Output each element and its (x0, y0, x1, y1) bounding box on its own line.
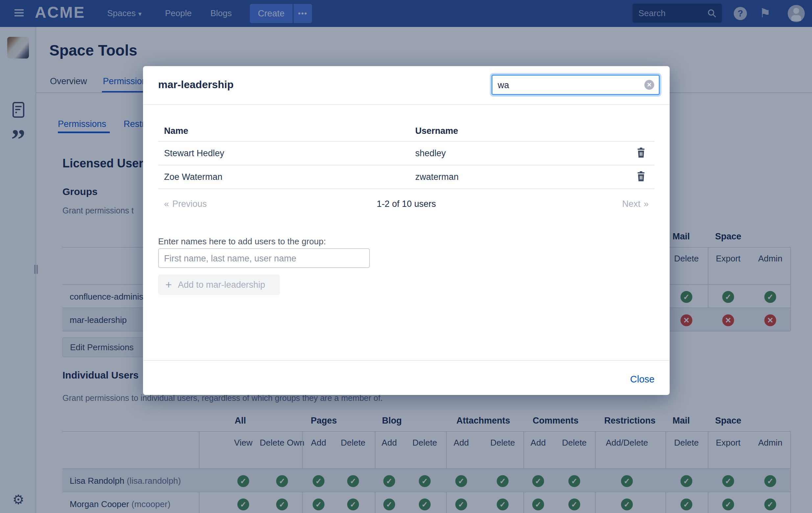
close-dialog-button[interactable]: Close (630, 374, 655, 385)
double-chevron-right-icon: » (644, 199, 648, 209)
member-name: Stewart Hedley (164, 148, 224, 159)
clear-filter-icon[interactable]: ✕ (644, 80, 654, 90)
group-members-dialog: mar-leadership wa ✕ Name Username Stewar… (143, 66, 670, 395)
dialog-header-divider (143, 104, 670, 105)
column-header-username: Username (415, 126, 458, 136)
dialog-title: mar-leadership (158, 79, 233, 91)
remove-member-trash-icon[interactable] (636, 147, 646, 158)
member-name: Zoe Waterman (164, 172, 223, 182)
add-to-group-button[interactable]: + Add to mar-leadership (158, 275, 280, 295)
members-table-divider (158, 165, 655, 165)
members-table-divider (158, 141, 655, 142)
members-table-divider (158, 189, 655, 189)
member-filter-value: wa (498, 80, 509, 90)
plus-icon: + (165, 278, 172, 291)
pagination-next[interactable]: Next» (622, 199, 648, 209)
member-username: zwaterman (415, 172, 459, 182)
pagination-info: 1-2 of 10 users (143, 199, 670, 209)
dialog-footer-divider (143, 360, 670, 361)
column-header-name: Name (164, 126, 188, 136)
remove-member-trash-icon[interactable] (636, 171, 646, 182)
member-filter-input[interactable]: wa ✕ (491, 75, 660, 95)
page: ACME Spaces▾ People Blogs Create ••• Sea… (0, 0, 812, 513)
add-users-label: Enter names here to add users to the gro… (158, 236, 326, 247)
member-username: shedley (415, 148, 446, 159)
add-users-placeholder: First name, last name, user name (164, 254, 296, 264)
add-users-input[interactable]: First name, last name, user name (158, 248, 370, 268)
